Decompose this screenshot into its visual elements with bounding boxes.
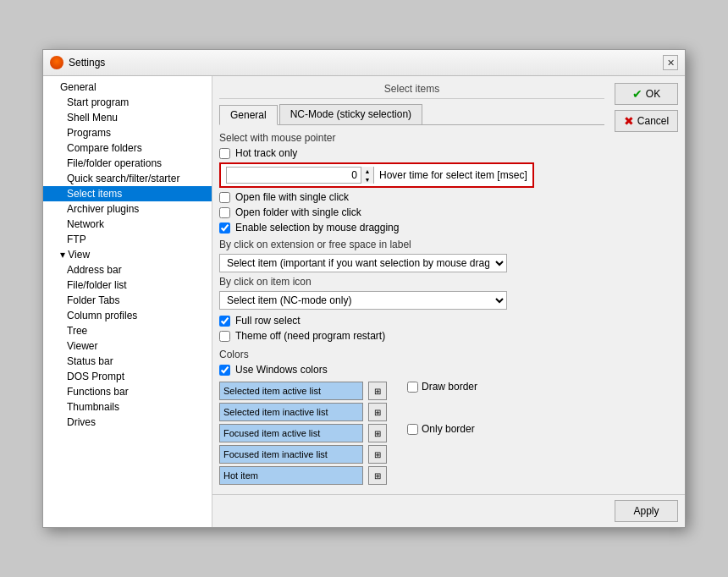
open-file-single-click-label[interactable]: Open file with single click bbox=[235, 191, 349, 203]
sidebar-item-drives[interactable]: Drives bbox=[43, 415, 212, 430]
ok-label: OK bbox=[646, 88, 660, 100]
hot-track-label[interactable]: Hot track only bbox=[235, 147, 297, 159]
panel-header: Select items bbox=[219, 83, 604, 99]
hot-item-edit-btn[interactable]: ⊞ bbox=[368, 466, 387, 485]
foc-active-color-btn[interactable]: Focused item active list bbox=[219, 424, 363, 442]
window-title: Settings bbox=[69, 57, 105, 69]
sidebar-item-tree[interactable]: Tree bbox=[43, 323, 212, 338]
sidebar-item-address-bar[interactable]: Address bar bbox=[43, 262, 212, 278]
sidebar-item-functions-bar[interactable]: Functions bar bbox=[43, 384, 212, 399]
spinbox-arrows: ▲ ▼ bbox=[361, 167, 373, 184]
sidebar-item-viewer[interactable]: Viewer bbox=[43, 338, 212, 354]
draw-border-option: Draw border bbox=[407, 381, 477, 393]
sidebar-item-view[interactable]: ▾ View bbox=[43, 247, 212, 262]
full-row-select-checkbox[interactable] bbox=[219, 316, 230, 327]
sel-active-color-btn[interactable]: Selected item active list bbox=[219, 382, 363, 400]
open-file-single-click-row: Open file with single click bbox=[219, 191, 604, 203]
by-click-extension-select[interactable]: Select item (important if you want selec… bbox=[219, 254, 507, 272]
sidebar-item-thumbnails[interactable]: Thumbnails bbox=[43, 399, 212, 415]
cancel-button[interactable]: ✖ Cancel bbox=[615, 110, 678, 132]
foc-inactive-color-btn[interactable]: Focused item inactive list bbox=[219, 445, 363, 464]
color-swatches-left: Selected item active list ⊞ Selected ite… bbox=[219, 379, 387, 487]
by-click-icon-dropdown-row: Select item (NC-mode only) Nothing Open … bbox=[219, 291, 604, 310]
sidebar-item-status-bar[interactable]: Status bar bbox=[43, 354, 212, 369]
apply-button[interactable]: Apply bbox=[615, 500, 678, 522]
close-button[interactable]: ✕ bbox=[663, 55, 678, 70]
only-border-label[interactable]: Only border bbox=[422, 423, 475, 435]
hot-track-checkbox[interactable] bbox=[219, 148, 230, 159]
open-folder-single-click-label[interactable]: Open folder with single click bbox=[235, 206, 361, 218]
check-icon: ✔ bbox=[632, 87, 643, 101]
color-rows-container: Selected item active list ⊞ Selected ite… bbox=[219, 379, 604, 487]
only-border-checkbox[interactable] bbox=[407, 424, 418, 435]
spinbox-up[interactable]: ▲ bbox=[361, 167, 373, 175]
draw-border-checkbox[interactable] bbox=[407, 382, 418, 393]
by-click-extension-dropdown-row: Select item (important if you want selec… bbox=[219, 254, 604, 272]
app-icon bbox=[50, 56, 63, 69]
foc-active-edit-btn[interactable]: ⊞ bbox=[368, 424, 387, 442]
cancel-label: Cancel bbox=[637, 115, 669, 127]
select-mouse-pointer-label: Select with mouse pointer bbox=[219, 132, 604, 144]
titlebar: Settings ✕ bbox=[43, 50, 685, 76]
enable-selection-dragging-row: Enable selection by mouse dragging bbox=[219, 222, 604, 234]
draw-border-label[interactable]: Draw border bbox=[422, 381, 477, 393]
color-row-foc-active: Focused item active list ⊞ bbox=[219, 424, 387, 442]
only-border-option: Only border bbox=[407, 423, 477, 435]
sidebar-item-folder-tabs[interactable]: Folder Tabs bbox=[43, 293, 212, 308]
foc-inactive-edit-btn[interactable]: ⊞ bbox=[368, 445, 387, 464]
sidebar-item-file-folder-list[interactable]: File/folder list bbox=[43, 278, 212, 293]
hot-item-color-btn[interactable]: Hot item bbox=[219, 466, 363, 485]
sidebar-item-column-profiles[interactable]: Column profiles bbox=[43, 308, 212, 323]
by-click-icon-label: By click on item icon bbox=[219, 276, 604, 288]
sel-inactive-edit-btn[interactable]: ⊞ bbox=[368, 403, 387, 421]
use-windows-colors-label[interactable]: Use Windows colors bbox=[235, 364, 328, 376]
sidebar-item-select-items[interactable]: Select items bbox=[43, 186, 212, 201]
color-row-sel-active: Selected item active list ⊞ bbox=[219, 382, 387, 400]
sel-active-edit-btn[interactable]: ⊞ bbox=[368, 382, 387, 400]
sidebar-item-shell-menu[interactable]: Shell Menu bbox=[43, 110, 212, 125]
theme-off-row: Theme off (need program restart) bbox=[219, 330, 604, 342]
sidebar-item-general[interactable]: General bbox=[43, 80, 212, 95]
theme-off-checkbox[interactable] bbox=[219, 331, 230, 342]
by-click-extension-label: By click on extension or free space in l… bbox=[219, 239, 604, 250]
sidebar-item-archiver-plugins[interactable]: Archiver plugins bbox=[43, 201, 212, 217]
open-folder-single-click-row: Open folder with single click bbox=[219, 206, 604, 218]
color-row-foc-inactive: Focused item inactive list ⊞ bbox=[219, 445, 387, 464]
sidebar-item-network[interactable]: Network bbox=[43, 217, 212, 232]
ok-button[interactable]: ✔ OK bbox=[615, 83, 678, 105]
sidebar-item-quick-search[interactable]: Quick search/filter/starter bbox=[43, 171, 212, 186]
colors-section: Colors Use Windows colors Selected item … bbox=[219, 349, 604, 487]
window-body: General Start program Shell Menu Program… bbox=[43, 76, 685, 527]
theme-off-label[interactable]: Theme off (need program restart) bbox=[235, 330, 385, 342]
border-options: Draw border Only border bbox=[400, 379, 477, 487]
hover-time-spinbox: ▲ ▼ bbox=[226, 167, 374, 184]
use-windows-colors-row: Use Windows colors bbox=[219, 364, 604, 376]
sidebar-item-programs[interactable]: Programs bbox=[43, 125, 212, 140]
enable-selection-dragging-label[interactable]: Enable selection by mouse dragging bbox=[235, 222, 399, 234]
sidebar-item-compare-folders[interactable]: Compare folders bbox=[43, 140, 212, 156]
sidebar-item-ftp[interactable]: FTP bbox=[43, 232, 212, 247]
enable-selection-dragging-checkbox[interactable] bbox=[219, 223, 230, 234]
open-folder-single-click-checkbox[interactable] bbox=[219, 207, 230, 218]
side-buttons: ✔ OK ✖ Cancel bbox=[611, 76, 685, 494]
titlebar-left: Settings bbox=[50, 56, 105, 69]
sidebar-item-start-program[interactable]: Start program bbox=[43, 95, 212, 110]
full-row-select-label[interactable]: Full row select bbox=[235, 315, 301, 327]
hot-track-only-row: Hot track only bbox=[219, 147, 604, 159]
bottom-bar: Apply bbox=[212, 494, 685, 527]
use-windows-colors-checkbox[interactable] bbox=[219, 365, 230, 376]
sidebar-item-dos-prompt[interactable]: DOS Prompt bbox=[43, 369, 212, 384]
sidebar-item-file-folder-operations[interactable]: File/folder operations bbox=[43, 156, 212, 171]
settings-window: Settings ✕ General Start program Shell M… bbox=[42, 49, 686, 528]
spinbox-down[interactable]: ▼ bbox=[361, 175, 373, 184]
tabs-bar: General NC-Mode (sticky selection) bbox=[219, 104, 604, 125]
open-file-single-click-checkbox[interactable] bbox=[219, 192, 230, 203]
color-row-hot-item: Hot item ⊞ bbox=[219, 466, 387, 485]
sel-inactive-color-btn[interactable]: Selected item inactive list bbox=[219, 403, 363, 421]
tab-general[interactable]: General bbox=[219, 105, 278, 125]
hover-time-label: Hover time for select item [msec] bbox=[379, 169, 527, 181]
by-click-icon-select[interactable]: Select item (NC-mode only) Nothing Open … bbox=[219, 291, 507, 310]
tab-nc-mode[interactable]: NC-Mode (sticky selection) bbox=[279, 104, 422, 124]
hover-time-input[interactable] bbox=[227, 169, 361, 181]
tab-content-general: Select with mouse pointer Hot track only… bbox=[219, 132, 604, 487]
